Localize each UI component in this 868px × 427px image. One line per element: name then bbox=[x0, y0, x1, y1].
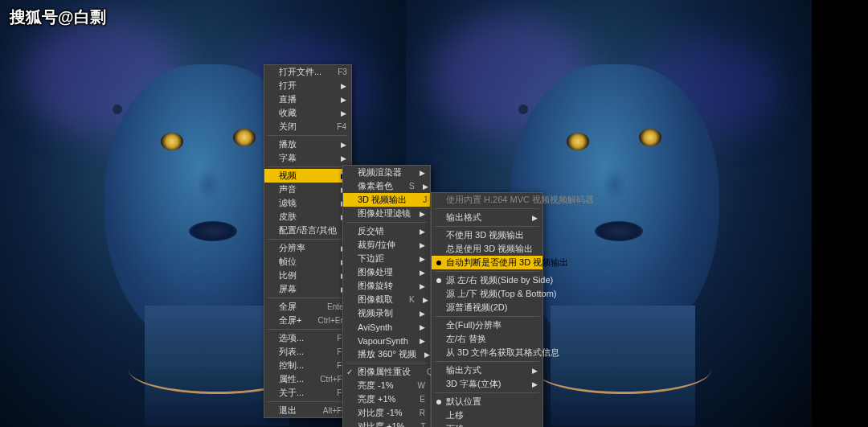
menu-item[interactable]: 屏幕▶ bbox=[264, 282, 351, 296]
menu-item[interactable]: 输出方式▶ bbox=[432, 363, 542, 377]
radio-icon bbox=[436, 400, 441, 404]
menu-item-label: 声音 bbox=[279, 183, 333, 195]
submenu-arrow-icon: ▶ bbox=[420, 169, 425, 177]
menu-item[interactable]: 图像处理▶ bbox=[343, 265, 430, 279]
menu-item-shortcut: F3 bbox=[338, 68, 347, 76]
menu-item[interactable]: 全屏+Ctrl+Enter bbox=[264, 314, 351, 327]
menu-item-label: 自动判断是否使用 3D 视频输出 bbox=[446, 257, 568, 269]
menu-item[interactable]: 像素着色S▶ bbox=[343, 179, 430, 193]
menu-item[interactable]: 上移 bbox=[432, 409, 542, 422]
menu-item[interactable]: 反交错▶ bbox=[343, 224, 430, 238]
menu-item[interactable]: 关于...F1 bbox=[264, 386, 351, 400]
menu-item[interactable]: 源 上/下 视频(Top & Bottom) bbox=[432, 287, 542, 301]
menu-item-shortcut: S bbox=[409, 182, 415, 191]
menu-item[interactable]: 3D 视频输出J▶ bbox=[343, 193, 430, 207]
menu-item[interactable]: 从 3D 文件名获取其格式信息 bbox=[432, 346, 542, 359]
menu-separator bbox=[268, 329, 348, 330]
menu-item-label: 属性... bbox=[279, 373, 304, 385]
menu-item[interactable]: 配置/语言/其他▶ bbox=[264, 224, 351, 237]
menu-item-label: 全(Full)分辨率 bbox=[446, 319, 538, 331]
menu-item[interactable]: 亮度 +1%E bbox=[343, 392, 430, 406]
menu-item[interactable]: 总是使用 3D 视频输出 bbox=[432, 242, 542, 256]
menu-item[interactable]: 比例▶ bbox=[264, 269, 351, 282]
menu-item[interactable]: 3D 字幕(立体)▶ bbox=[432, 377, 542, 391]
menu-item[interactable]: 打开文件...F3 bbox=[264, 65, 351, 79]
menu-item-label: 视频 bbox=[279, 170, 333, 182]
submenu-arrow-icon: ▶ bbox=[420, 310, 425, 318]
menu-item[interactable]: 列表...F6 bbox=[264, 345, 351, 359]
menu-separator bbox=[346, 222, 427, 223]
menu-item-label: 图像处理滤镜 bbox=[358, 207, 411, 220]
menu-item-label: 关于... bbox=[279, 387, 321, 399]
menu-item[interactable]: 源 左/右 视频(Side by Side) bbox=[432, 273, 542, 287]
submenu-arrow-icon: ▶ bbox=[341, 141, 346, 149]
menu-item[interactable]: 图像处理滤镜▶ bbox=[343, 207, 430, 220]
menu-item[interactable]: 选项...F5 bbox=[264, 331, 351, 345]
menu-item-label: 输出方式 bbox=[446, 364, 524, 376]
submenu-arrow-icon: ▶ bbox=[341, 82, 346, 90]
menu-item[interactable]: 分辨率▶ bbox=[264, 241, 351, 255]
menu-item[interactable]: 视频渲染器▶ bbox=[343, 166, 430, 179]
submenu-arrow-icon: ▶ bbox=[423, 296, 428, 304]
menu-item[interactable]: 源普通视频(2D) bbox=[432, 301, 542, 314]
menu-separator bbox=[435, 361, 539, 362]
menu-item[interactable]: 亮度 -1%W bbox=[343, 379, 430, 392]
menu-item[interactable]: 播放▶ bbox=[264, 138, 351, 151]
menu-item[interactable]: 图像截取K▶ bbox=[343, 293, 430, 306]
menu-item-label: 关闭 bbox=[279, 121, 321, 133]
menu-item-label: VapourSynth bbox=[358, 336, 411, 346]
menu-separator bbox=[268, 135, 348, 136]
menu-item-shortcut: W bbox=[418, 381, 425, 390]
menu-item[interactable]: 输出格式▶ bbox=[432, 211, 542, 224]
menu-item-label: 皮肤 bbox=[279, 211, 333, 223]
submenu-arrow-icon: ▶ bbox=[341, 154, 346, 162]
menu-item[interactable]: 图像旋转▶ bbox=[343, 279, 430, 293]
submenu-arrow-icon: ▶ bbox=[532, 214, 538, 222]
menu-item-label: 裁剪/拉伸 bbox=[358, 239, 411, 251]
menu-item[interactable]: 属性...Ctrl+F1 bbox=[264, 372, 351, 386]
menu-item[interactable]: 播放 360° 视频▶ bbox=[343, 347, 430, 361]
menu-item[interactable]: 默认位置 bbox=[432, 395, 542, 409]
menu-item[interactable]: 控制...F7 bbox=[264, 359, 351, 372]
menu-item[interactable]: 下移 bbox=[432, 422, 542, 427]
menu-item[interactable]: 对比度 +1%T bbox=[343, 420, 430, 427]
submenu-arrow-icon: ▶ bbox=[420, 282, 425, 290]
menu-item[interactable]: VapourSynth▶ bbox=[343, 334, 430, 347]
menu-separator bbox=[268, 166, 348, 167]
menu-item[interactable]: 下边距▶ bbox=[343, 252, 430, 265]
menu-item[interactable]: 视频▶ bbox=[264, 169, 351, 183]
submenu-video: 视频渲染器▶像素着色S▶3D 视频输出J▶图像处理滤镜▶反交错▶裁剪/拉伸▶下边… bbox=[342, 165, 431, 427]
menu-item-label: 视频录制 bbox=[358, 307, 411, 319]
menu-separator bbox=[268, 239, 348, 240]
menu-item-label: 打开 bbox=[279, 80, 333, 92]
menu-item[interactable]: 收藏▶ bbox=[264, 106, 351, 120]
menu-separator bbox=[435, 226, 539, 227]
menu-item[interactable]: 皮肤▶ bbox=[264, 210, 351, 224]
menu-item[interactable]: 全(Full)分辨率 bbox=[432, 318, 542, 332]
menu-item[interactable]: 声音▶ bbox=[264, 183, 351, 196]
menu-item[interactable]: 滤镜▶ bbox=[264, 196, 351, 210]
menu-item[interactable]: 字幕▶ bbox=[264, 151, 351, 165]
menu-item[interactable]: 不使用 3D 视频输出 bbox=[432, 228, 542, 242]
menu-item[interactable]: AviSynth▶ bbox=[343, 320, 430, 334]
menu-separator bbox=[268, 298, 348, 298]
submenu-arrow-icon: ▶ bbox=[420, 241, 425, 249]
menu-item[interactable]: 关闭F4 bbox=[264, 120, 351, 133]
menu-item[interactable]: 直播▶ bbox=[264, 92, 351, 106]
menu-item[interactable]: 打开▶ bbox=[264, 79, 351, 92]
menu-item[interactable]: 自动判断是否使用 3D 视频输出 bbox=[432, 256, 542, 269]
menu-item-label: 全屏 bbox=[279, 301, 311, 313]
menu-item[interactable]: 对比度 -1%R bbox=[343, 406, 430, 420]
menu-item-label: 亮度 -1% bbox=[358, 380, 402, 392]
menu-item-label: 输出格式 bbox=[446, 211, 524, 224]
menu-item[interactable]: 退出Alt+F4 bbox=[264, 404, 351, 417]
menu-item[interactable]: 视频录制▶ bbox=[343, 306, 430, 320]
menu-item[interactable]: 左/右 替换 bbox=[432, 332, 542, 346]
menu-item[interactable]: 裁剪/拉伸▶ bbox=[343, 238, 430, 252]
menu-item[interactable]: 帧位▶ bbox=[264, 255, 351, 269]
menu-item[interactable]: ✓图像属性重设Q bbox=[343, 365, 430, 379]
menu-item-label: 收藏 bbox=[279, 107, 333, 119]
watermark: 搜狐号@白剽 bbox=[10, 6, 106, 28]
menu-item[interactable]: 全屏Enter bbox=[264, 300, 351, 314]
menu-item-label: 总是使用 3D 视频输出 bbox=[446, 243, 538, 255]
